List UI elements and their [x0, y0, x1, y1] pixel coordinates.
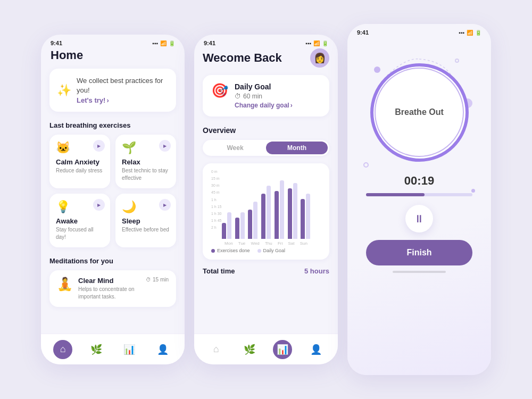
signal-icon-2: ▪▪▪	[305, 40, 311, 46]
page-title-overview: Wecome Back	[203, 51, 282, 65]
bars-group	[222, 180, 312, 239]
bottom-nav-1: ⌂ 🌿 📊 👤	[41, 334, 185, 364]
progress-bar	[366, 193, 472, 196]
nav-home-2[interactable]: ⌂	[206, 340, 226, 359]
bar-pair-3	[261, 186, 273, 239]
chart-legend: Exercises done Daily Goal	[207, 246, 325, 255]
awake-sub: Stay focused all day!	[56, 226, 104, 241]
p1-content: Home ✨ We collect best practices for you…	[41, 48, 185, 315]
med-time: ⏱ 15 min	[146, 277, 169, 282]
battery-icon-3: 🔋	[475, 30, 481, 36]
time-3: 9:41	[357, 29, 369, 36]
bar-goal-3	[267, 186, 271, 239]
nav-leaf-2[interactable]: 🌿	[240, 340, 259, 359]
bar-done-6	[301, 199, 305, 239]
banner-icon: ✨	[57, 84, 71, 97]
nav-profile-2[interactable]: 👤	[306, 340, 326, 359]
total-time-value: 5 hours	[304, 267, 329, 275]
daily-goal-card[interactable]: 🎯 Daily Goal ⏱ 60 min Change daily goal …	[203, 75, 329, 117]
signal-icon: ▪▪▪	[152, 40, 158, 46]
exercise-card-calm[interactable]: ▶ 🐱 Calm Anxiety Reduce daily stress	[49, 135, 110, 188]
status-icons-3: ▪▪▪ 📶 🔋	[459, 29, 481, 36]
daily-goal-title: Daily Goal	[235, 82, 321, 91]
calm-sub: Reduce daily stress	[56, 167, 104, 174]
banner-text: We collect best practices for you!	[77, 76, 169, 95]
bar-pair-4	[275, 180, 286, 239]
battery-icon-2: 🔋	[322, 40, 328, 46]
tab-week[interactable]: Week	[204, 142, 266, 154]
bar-done-5	[288, 188, 292, 239]
breathe-inner-ring	[375, 68, 464, 157]
wifi-icon-3: 📶	[467, 30, 473, 36]
status-bar-2: 9:41 ▪▪▪ 📶 🔋	[194, 35, 338, 48]
med-info: Clear Mind Helps to concentrate on impor…	[78, 277, 140, 301]
daily-goal-info: Daily Goal ⏱ 60 min Change daily goal ›	[235, 82, 321, 109]
bar-goal-2	[253, 202, 257, 239]
nav-chart-1[interactable]: 📊	[120, 340, 139, 359]
chart-y-axis: 2 h 1 h 45 1 h 30 1 h 15 1 h 45 m 30 m 1…	[211, 170, 221, 229]
banner-card[interactable]: ✨ We collect best practices for you! Let…	[49, 69, 176, 112]
bar-done-0	[222, 223, 226, 239]
bar-done-2	[248, 210, 252, 239]
breathe-circle: Breathe Out	[366, 59, 472, 165]
finish-button[interactable]: Finish	[366, 240, 472, 265]
status-bar-3: 9:41 ▪▪▪ 📶 🔋	[347, 24, 491, 38]
banner-info: We collect best practices for you! Let's…	[77, 76, 169, 104]
bar-done-3	[261, 194, 265, 239]
p2-content: Wecome Back 👩 🎯 Daily Goal ⏱ 60 min Chan…	[194, 48, 338, 314]
wifi-icon: 📶	[160, 40, 167, 46]
phone-overview: 9:41 ▪▪▪ 📶 🔋 Wecome Back 👩 🎯 Daily Goal …	[194, 35, 338, 364]
clock-icon: ⏱	[146, 277, 151, 282]
breathe-ring: Breathe Out	[370, 63, 469, 162]
bar-goal-1	[240, 212, 245, 239]
time-1: 9:41	[51, 40, 62, 46]
breathe-background: 9:41 ▪▪▪ 📶 🔋 Brea	[347, 24, 491, 375]
page-title-home: Home	[49, 48, 176, 62]
banner-link[interactable]: Let's try! ›	[77, 96, 169, 104]
meditation-card[interactable]: 🧘 Clear Mind Helps to concentrate on imp…	[49, 270, 176, 307]
tab-row: Week Month	[203, 140, 329, 156]
status-bar-1: 9:41 ▪▪▪ 📶 🔋	[41, 35, 185, 48]
exercise-card-sleep[interactable]: ▶ 🌙 Sleep Effective before bed	[115, 194, 176, 247]
legend-dot-goal	[257, 249, 261, 253]
total-time-row: Total time 5 hours	[203, 265, 329, 277]
phone-breathe: 9:41 ▪▪▪ 📶 🔋 Brea	[347, 24, 491, 375]
nav-profile-1[interactable]: 👤	[153, 340, 172, 359]
med-section-label: Meditations for you	[49, 257, 176, 265]
chart-inner: 2 h 1 h 45 1 h 30 1 h 15 1 h 45 m 30 m 1…	[207, 170, 325, 239]
finish-label: Finish	[406, 248, 431, 257]
x-labels: Mon Tue Wed Thu Fri Sat Sun	[207, 239, 325, 246]
bar-pair-2	[248, 202, 260, 239]
timer-display: 00:19	[404, 174, 434, 188]
p2-header: Wecome Back 👩	[203, 48, 329, 68]
status-icons-2: ▪▪▪ 📶 🔋	[305, 40, 328, 46]
exercise-card-relax[interactable]: ▶ 🌱 Relax Best technic to stay effective	[115, 135, 176, 188]
legend-goal: Daily Goal	[257, 248, 286, 253]
daily-goal-time: ⏱ 60 min	[235, 93, 321, 100]
exercise-card-awake[interactable]: ▶ 💡 Awake Stay focused all day!	[49, 194, 110, 247]
wifi-icon-2: 📶	[313, 40, 320, 46]
tab-month[interactable]: Month	[266, 142, 328, 154]
nav-leaf-1[interactable]: 🌿	[87, 340, 106, 359]
battery-icon: 🔋	[169, 40, 175, 46]
legend-dot-done	[211, 249, 215, 253]
bar-goal-0	[227, 212, 231, 239]
bar-done-4	[275, 191, 279, 239]
screens-container: 9:41 ▪▪▪ 📶 🔋 Home ✨ We collect best prac…	[30, 13, 502, 386]
avatar[interactable]: 👩	[310, 48, 329, 68]
home-indicator	[393, 271, 446, 273]
relax-title: Relax	[122, 158, 170, 166]
bar-goal-6	[306, 194, 310, 239]
nav-home-1[interactable]: ⌂	[53, 340, 72, 359]
pause-button[interactable]: ⏸	[405, 205, 433, 232]
sleep-sub: Effective before bed	[122, 226, 170, 234]
exercise-grid: ▶ 🐱 Calm Anxiety Reduce daily stress ▶ 🌱…	[49, 135, 176, 247]
chart-area: 2 h 1 h 45 1 h 30 1 h 15 1 h 45 m 30 m 1…	[203, 163, 329, 260]
float-dot-5	[471, 189, 475, 193]
bar-pair-5	[288, 183, 300, 239]
bar-pair-0	[222, 212, 234, 239]
med-sub: Helps to concentrate on important tasks.	[78, 286, 140, 301]
change-goal-link[interactable]: Change daily goal ›	[235, 102, 321, 109]
overview-title: Overview	[203, 126, 329, 135]
nav-chart-2[interactable]: 📊	[273, 340, 292, 359]
